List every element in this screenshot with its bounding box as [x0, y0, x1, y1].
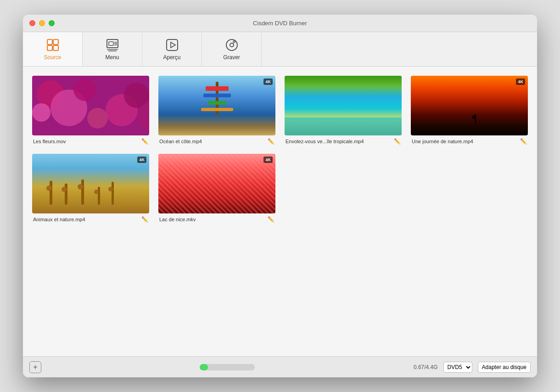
media-info: Animaux et nature.mp4 ✏️ — [32, 216, 149, 223]
svg-point-15 — [233, 41, 235, 43]
list-item[interactable]: Les fleurs.mov ✏️ — [32, 76, 149, 145]
fullscreen-button[interactable] — [49, 20, 55, 26]
edit-icon[interactable]: ✏️ — [268, 216, 274, 223]
play-icon — [165, 38, 179, 52]
tab-source[interactable]: Source — [23, 32, 83, 66]
thumbnail-flamingos: 4K — [158, 154, 275, 213]
thumbnail-sunset: 4K — [411, 76, 528, 135]
toolbar: Source Menu Aperçu — [23, 32, 537, 67]
progress-area — [47, 364, 408, 370]
traffic-lights — [29, 20, 55, 26]
media-name: Lac de nice.mkv — [159, 217, 265, 222]
media-name: Animaux et nature.mp4 — [33, 217, 139, 222]
tab-graver-label: Graver — [223, 54, 240, 61]
svg-rect-0 — [47, 39, 52, 45]
svg-rect-3 — [53, 45, 58, 50]
media-name: Les fleurs.mov — [33, 139, 139, 144]
minimize-button[interactable] — [39, 20, 45, 26]
edit-icon[interactable]: ✏️ — [520, 138, 527, 145]
content-area: Les fleurs.mov ✏️ 4K Océan et côte.mp4 ✏… — [23, 67, 537, 356]
media-info: Océan et côte.mp4 ✏️ — [158, 138, 275, 145]
svg-rect-1 — [53, 39, 58, 45]
thumbnail-ocean: 4K — [158, 76, 275, 135]
media-info: Les fleurs.mov ✏️ — [32, 138, 149, 145]
list-item[interactable]: 4K Animaux et nature.mp4 ✏️ — [32, 154, 149, 223]
badge-4k: 4K — [137, 157, 146, 163]
menu-icon — [105, 38, 120, 52]
svg-point-13 — [226, 39, 237, 50]
media-name: Océan et côte.mp4 — [159, 139, 265, 144]
window-title: Cisdem DVD Burner — [253, 20, 307, 27]
svg-marker-12 — [171, 42, 175, 48]
media-info: Lac de nice.mkv ✏️ — [158, 216, 275, 223]
media-name: Envolez-vous ve...île tropicale.mp4 — [286, 139, 391, 144]
progress-fill — [200, 364, 208, 370]
svg-rect-5 — [109, 42, 113, 45]
edit-icon[interactable]: ✏️ — [141, 138, 148, 145]
tab-apercu[interactable]: Aperçu — [142, 32, 202, 66]
progress-bar — [200, 364, 255, 370]
media-info: Envolez-vous ve...île tropicale.mp4 ✏️ — [285, 138, 402, 145]
tab-apercu-label: Aperçu — [163, 54, 180, 61]
disc-icon — [224, 38, 239, 52]
thumbnail-giraffes: 4K — [32, 154, 149, 213]
media-info: Une journée de nature.mp4 ✏️ — [411, 138, 528, 145]
svg-rect-2 — [47, 45, 52, 50]
list-item[interactable]: 4K Océan et côte.mp4 ✏️ — [158, 76, 275, 145]
media-name: Une journée de nature.mp4 — [412, 139, 517, 144]
badge-4k: 4K — [263, 157, 273, 163]
adapt-button[interactable]: Adapter au disque — [478, 362, 531, 373]
edit-icon[interactable]: ✏️ — [268, 138, 274, 145]
close-button[interactable] — [29, 20, 35, 26]
list-item[interactable]: 4K Lac de nice.mkv ✏️ — [158, 154, 275, 223]
tab-menu[interactable]: Menu — [83, 32, 142, 66]
tab-graver[interactable]: Graver — [202, 32, 262, 66]
titlebar: Cisdem DVD Burner — [23, 15, 537, 32]
media-grid: Les fleurs.mov ✏️ 4K Océan et côte.mp4 ✏… — [32, 76, 528, 223]
list-item[interactable]: 4K Une journée de nature.mp4 ✏️ — [411, 76, 528, 145]
grid-icon — [45, 38, 60, 52]
storage-text: 0.67/4.4G — [414, 364, 438, 370]
tab-source-label: Source — [44, 54, 61, 61]
dvd-selector[interactable]: DVD5 DVD9 — [443, 362, 472, 373]
tab-menu-label: Menu — [105, 54, 119, 61]
thumbnail-flowers — [32, 76, 149, 135]
edit-icon[interactable]: ✏️ — [141, 216, 148, 223]
statusbar: + 0.67/4.4G DVD5 DVD9 Adapter au disque — [23, 356, 537, 377]
main-window: Cisdem DVD Burner Source — [23, 15, 537, 377]
svg-point-14 — [230, 43, 234, 47]
badge-4k: 4K — [263, 78, 273, 85]
add-media-button[interactable]: + — [29, 361, 41, 373]
edit-icon[interactable]: ✏️ — [394, 138, 401, 145]
list-item[interactable]: Envolez-vous ve...île tropicale.mp4 ✏️ — [285, 76, 402, 145]
thumbnail-beach — [285, 76, 402, 135]
badge-4k: 4K — [516, 78, 525, 85]
